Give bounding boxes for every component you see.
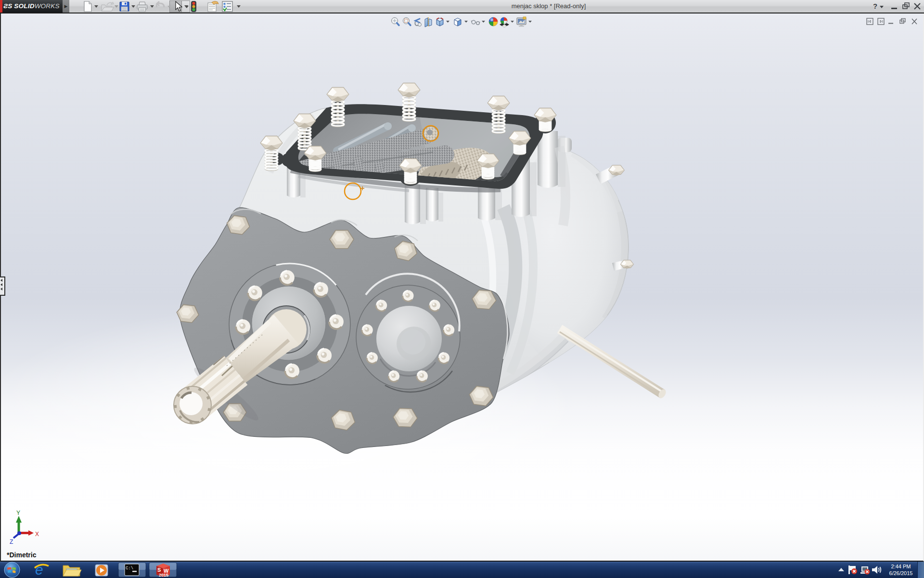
svg-text:S: S xyxy=(157,567,161,573)
svg-text:Y: Y xyxy=(16,510,20,516)
svg-text:2015: 2015 xyxy=(159,573,168,578)
svg-text:?: ? xyxy=(873,2,877,10)
svg-text:Z: Z xyxy=(10,539,13,545)
svg-text:X: X xyxy=(35,531,39,538)
svg-text:C:\: C:\ xyxy=(126,566,133,571)
